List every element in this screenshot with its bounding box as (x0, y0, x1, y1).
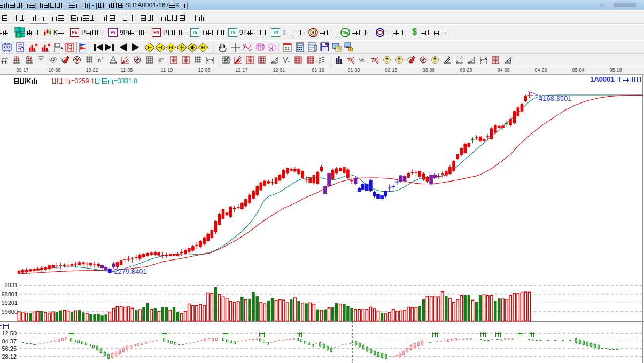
svg-text:99600: 99600 (1, 309, 18, 315)
svg-text:56.25: 56.25 (2, 345, 17, 352)
svg-text:-2279.8401: -2279.8401 (112, 267, 147, 275)
svg-text:99201: 99201 (1, 299, 18, 306)
svg-text:98801: 98801 (1, 291, 18, 297)
svg-text:12.50: 12.50 (2, 330, 17, 336)
svg-text:4168.3501: 4168.3501 (539, 94, 571, 102)
svg-text:28.12: 28.12 (2, 353, 17, 360)
svg-text:.2831: .2831 (3, 282, 18, 288)
svg-text:84.37: 84.37 (2, 338, 17, 344)
